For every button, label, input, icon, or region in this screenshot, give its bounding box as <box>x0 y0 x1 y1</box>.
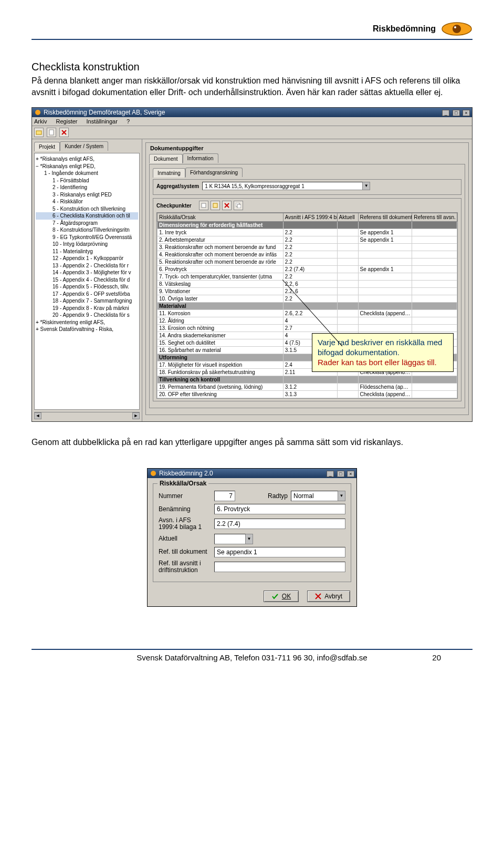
toolbar-open-icon[interactable] <box>34 128 44 137</box>
row-edit-icon[interactable] <box>211 201 220 210</box>
tree-item[interactable]: 14 - Appendix 3 - Möjligheter för v <box>36 269 138 276</box>
chevron-down-icon[interactable]: ▼ <box>246 534 253 544</box>
table-row[interactable]: Materialval <box>158 303 457 310</box>
row-copy-icon[interactable] <box>234 201 243 210</box>
tree-item[interactable]: 8 - Konstruktions/Tillverkningsritn <box>36 226 138 234</box>
table-row[interactable]: 1. Inre tryck2.2Se appendix 1 <box>158 229 457 236</box>
table-row[interactable]: 7. Tryck- och temperaturcykler, transien… <box>158 273 457 281</box>
refdok-input[interactable]: Se appendix 1 <box>214 547 345 557</box>
tree-item[interactable]: 12 - Appendix 1 - Kylkopparrör <box>36 255 138 262</box>
table-row[interactable]: 12. Åldring4 <box>158 317 457 325</box>
tree-item[interactable]: − *Riskanalys enligt PED, <box>36 163 138 170</box>
tree-item[interactable]: 1 - Försättsblad <box>36 177 138 184</box>
tree-scrollbar[interactable]: ◄► <box>34 412 140 419</box>
tab-projekt[interactable]: Projekt <box>34 142 60 151</box>
table-row[interactable]: 20. OFP efter tillverkning3.1.3Checklist… <box>158 391 457 398</box>
svg-rect-9 <box>213 203 217 208</box>
table-row[interactable]: 19. Permanenta förband (svetsning, lödni… <box>158 384 457 391</box>
tree-item[interactable]: 16 - Appendix 5 - Flödessch, tillv. <box>36 283 138 291</box>
app-window: Riskbedömning Demoföretaget AB, Sverige … <box>32 107 472 422</box>
tab-inmatning[interactable]: Inmatning <box>153 168 185 178</box>
tree-item[interactable]: 18 - Appendix 7 - Sammanfogning <box>36 297 138 305</box>
menu-register[interactable]: Register <box>56 118 78 125</box>
table-row[interactable]: 6. Provtryck2.2 (7.4)Se appendix 1 <box>158 266 457 273</box>
refdrift-input[interactable] <box>214 562 345 572</box>
maximize-button[interactable]: □ <box>453 110 460 116</box>
row-delete-icon[interactable] <box>222 201 232 210</box>
project-tree-pane: Projekt Kunder / System + *Riskanalys en… <box>32 139 142 421</box>
tab-kunder-system[interactable]: Kunder / System <box>60 141 108 151</box>
radtyp-select[interactable]: Normal <box>291 491 338 501</box>
tree-item[interactable]: 7 - Åtgärdsprogram <box>36 220 138 227</box>
annotation-callout: Varje rad beskriver en riskkälla med bif… <box>312 333 454 372</box>
grid-column-header[interactable]: Avsnitt i AFS 1999:4 bil. 1 <box>283 213 337 222</box>
tree-item[interactable]: 3 - Riskanalys enligt PED <box>36 191 138 199</box>
tab-information[interactable]: Information <box>183 153 218 163</box>
toolbar-delete-icon[interactable] <box>59 128 69 137</box>
tree-item[interactable]: 10 - Intyg lödarprövning <box>36 241 138 248</box>
tree-item[interactable]: + Svensk Dataförvaltning - Riska, <box>36 326 138 333</box>
tab-dokument[interactable]: Dokument <box>149 154 183 163</box>
dialog-close-button[interactable]: × <box>347 471 354 477</box>
table-row[interactable]: 5. Reaktionskrafter och moment beroende … <box>158 258 457 266</box>
table-row[interactable]: 2. Arbetstemperatur2.2Se appendix 1 <box>158 236 457 244</box>
nummer-input[interactable]: 7 <box>214 491 235 501</box>
tree-item[interactable]: 11 - Materialintyg <box>36 248 138 255</box>
aktuell-select[interactable] <box>214 534 246 544</box>
svg-point-14 <box>151 471 156 476</box>
menu-help[interactable]: ? <box>127 118 130 125</box>
chevron-down-icon[interactable]: ▼ <box>338 491 345 501</box>
chevron-down-icon[interactable]: ▼ <box>363 182 370 190</box>
aggregat-select[interactable]: 1 K R134A 15,5, Kylkompressoraggregat 1 <box>202 182 363 190</box>
menu-installningar[interactable]: Inställningar <box>87 118 118 125</box>
dialog-minimize-button[interactable]: _ <box>327 471 334 477</box>
row-new-icon[interactable] <box>199 201 208 210</box>
dialog-window: Riskbedömning 2.0 _ □ × Riskkälla/Orsak … <box>147 468 357 607</box>
table-row[interactable]: Tillverkning och kontroll <box>158 376 457 384</box>
tree-item[interactable]: + *Riskanalys enligt AFS, <box>36 156 138 163</box>
app-icon <box>34 109 41 116</box>
grid-column-header[interactable]: Referens till avsn. i driftinstr. <box>412 213 457 222</box>
table-row[interactable]: 13. Erosion och nötning2.7 <box>158 325 457 332</box>
table-row[interactable]: 4. Reaktionskrafter och moment beroende … <box>158 251 457 258</box>
project-tree[interactable]: + *Riskanalys enligt AFS,− *Riskanalys e… <box>34 153 140 410</box>
aggregat-label: Aggregat/system <box>156 183 199 189</box>
svg-rect-13 <box>237 204 241 208</box>
tree-item[interactable]: 9 - EG Typkontroll/EG Överensstä <box>36 234 138 241</box>
tree-item[interactable]: 17 - Appendix 6 - OFP svetsförba <box>36 291 138 298</box>
grid-column-header[interactable]: Riskkälla/Orsak <box>158 213 284 222</box>
toolbar-new-icon[interactable] <box>47 128 56 137</box>
table-row[interactable]: 8. Vätskeslag2.2, 6 <box>158 281 457 288</box>
close-button[interactable]: × <box>463 110 470 116</box>
footer-text: Svensk Dataförvaltning AB, Telefon 031-7… <box>136 653 367 662</box>
tree-item[interactable]: 20 - Appendix 9 - Checklista för s <box>36 312 138 319</box>
svg-rect-4 <box>36 131 41 134</box>
tree-item[interactable]: 13 - Appendix 2 - Checklista för r <box>36 262 138 270</box>
table-row[interactable]: Dimensionering för erforderlig hållfasth… <box>158 222 457 229</box>
table-row[interactable]: 10. Övriga laster2.2 <box>158 295 457 303</box>
benamning-input[interactable]: 6. Provtryck <box>214 504 345 514</box>
dialog-maximize-button[interactable]: □ <box>337 471 344 477</box>
menu-arkiv[interactable]: Arkiv <box>34 118 47 125</box>
tree-item[interactable]: 6 - Checklista Konstruktion och til <box>36 212 138 220</box>
tree-item[interactable]: + *Riskinventering enligt AFS, <box>36 319 138 326</box>
tree-item[interactable]: 4 - Riskkällor <box>36 198 138 205</box>
tree-item[interactable]: 15 - Appendix 4 - Checklista för d <box>36 276 138 284</box>
table-row[interactable]: 9. Vibrationer2.2, 6 <box>158 288 457 295</box>
avsnitt-input[interactable]: 2.2 (7.4) <box>214 519 345 529</box>
ok-button[interactable]: OK <box>264 591 299 602</box>
tab-forhandsgranskning[interactable]: Förhandsgranskning <box>185 168 243 177</box>
table-row[interactable]: 3. Reaktionskrafter och moment beroende … <box>158 244 457 251</box>
grid-column-header[interactable]: Referens till dokument <box>358 213 412 222</box>
app-toolbar <box>32 126 472 139</box>
tree-item[interactable]: 19 - Appendix 8 - Krav på märkni <box>36 305 138 312</box>
cancel-button[interactable]: Avbryt <box>307 591 350 602</box>
table-row[interactable]: 11. Korrosion2.6, 2.2Checklista (appendi… <box>158 310 457 317</box>
tree-item[interactable]: 2 - Identifiering <box>36 184 138 191</box>
radtyp-label: Radtyp <box>268 492 288 500</box>
window-buttons: _ □ × <box>441 109 470 116</box>
tree-item[interactable]: 5 - Konstruktion och tillverkning <box>36 205 138 213</box>
grid-column-header[interactable]: Aktuell <box>337 213 358 222</box>
tree-item[interactable]: 1 - Ingående dokument <box>36 170 138 177</box>
minimize-button[interactable]: _ <box>442 110 449 116</box>
